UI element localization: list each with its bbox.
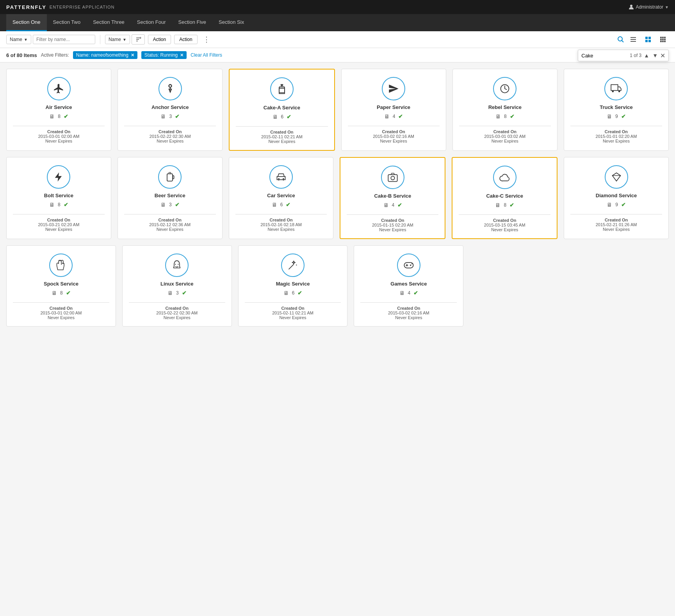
card-linux[interactable]: Linux Service 🖥 3 ✔ Created On 2015-02-2… bbox=[122, 245, 232, 327]
card-games[interactable]: Games Service 🖥 4 ✔ Created On 2015-03-0… bbox=[354, 245, 463, 327]
card-cake-a[interactable]: Cake-A Service 🖥 6 ✔ Created On 2015-02-… bbox=[229, 69, 335, 151]
card-beer[interactable]: Beer Service 🖥 3 ✔ Created On 2015-02-12… bbox=[118, 157, 223, 239]
svg-rect-26 bbox=[173, 176, 174, 179]
search-count: 1 of 3 bbox=[630, 53, 641, 58]
card-magic-count: 6 bbox=[292, 290, 295, 296]
svg-rect-12 bbox=[664, 37, 666, 38]
card-air-count: 8 bbox=[58, 114, 61, 119]
action-button-2[interactable]: Action bbox=[174, 35, 197, 44]
sort-select[interactable]: Name ▼ bbox=[105, 35, 130, 44]
card-separator bbox=[570, 214, 662, 214]
filter-type-select[interactable]: Name ▼ bbox=[6, 35, 31, 44]
card-cake-a-created-date: 2015-02-11 02:21 AM bbox=[261, 134, 303, 139]
search-button[interactable] bbox=[617, 36, 624, 43]
card-rebel[interactable]: Rebel Service 🖥 8 ✔ Created On 2015-03-0… bbox=[452, 69, 557, 151]
car-icon bbox=[276, 171, 287, 182]
card-truck[interactable]: Truck Service 🖥 9 ✔ Created On 2015-01-0… bbox=[564, 69, 669, 151]
card-spock-created-label: Created On bbox=[50, 306, 73, 311]
action-button-1[interactable]: Action bbox=[148, 35, 171, 44]
svg-rect-3 bbox=[630, 37, 636, 38]
spacer-2 bbox=[572, 245, 669, 327]
nav-item-section-one[interactable]: Section One bbox=[6, 14, 47, 31]
card-bolt[interactable]: Bolt Service 🖥 8 ✔ Created On 2015-03-21… bbox=[6, 157, 111, 239]
card-car-count: 6 bbox=[280, 202, 283, 207]
monitor-icon: 🖥 bbox=[384, 113, 390, 120]
card-anchor-created-date: 2015-02-22 02:30 AM bbox=[150, 134, 191, 139]
card-bolt-count: 8 bbox=[58, 202, 61, 207]
filter-chip-name-remove[interactable]: ✕ bbox=[131, 53, 134, 58]
table-view-button[interactable] bbox=[657, 35, 669, 44]
svg-rect-6 bbox=[645, 37, 648, 39]
card-cake-b-created-date: 2015-01-15 02:20 AM bbox=[372, 223, 413, 227]
filter-chip-status-remove[interactable]: ✕ bbox=[180, 53, 183, 58]
filter-group: Name ▼ bbox=[6, 35, 95, 44]
user-menu[interactable]: Administrator ▼ bbox=[629, 4, 669, 10]
bolt-icon bbox=[53, 171, 64, 182]
card-diamond-title: Diamond Service bbox=[596, 193, 637, 198]
card-anchor-expires: Never Expires bbox=[157, 139, 183, 143]
card-air-expires: Never Expires bbox=[45, 139, 72, 143]
cloud-icon bbox=[499, 172, 510, 183]
filter-chip-status: Status: Running ✕ bbox=[141, 51, 187, 59]
svg-rect-14 bbox=[662, 39, 664, 40]
card-cake-a-icon bbox=[270, 77, 294, 101]
card-paper-title: Paper Service bbox=[377, 104, 410, 110]
anchor-icon bbox=[165, 83, 176, 94]
filter-chip-name-label: Name: nameofsomething bbox=[76, 52, 128, 58]
search-next-button[interactable]: ▼ bbox=[652, 52, 659, 59]
monitor-icon: 🖥 bbox=[49, 113, 55, 120]
svg-rect-15 bbox=[664, 39, 666, 40]
clear-all-filters-link[interactable]: Clear All Filters bbox=[191, 52, 222, 58]
list-view-button[interactable] bbox=[627, 35, 639, 44]
diamond-icon bbox=[611, 171, 622, 182]
card-beer-expires: Never Expires bbox=[157, 227, 183, 232]
card-truck-check: ✔ bbox=[621, 113, 626, 120]
nav-item-section-five[interactable]: Section Five bbox=[172, 14, 213, 31]
card-paper[interactable]: Paper Service 🖥 4 ✔ Created On 2015-03-0… bbox=[341, 69, 446, 151]
camera-icon bbox=[387, 172, 398, 183]
card-spock-icon bbox=[49, 254, 73, 277]
spock-icon bbox=[55, 260, 66, 271]
card-spock[interactable]: Spock Service 🖥 8 ✔ Created On 2015-03-0… bbox=[6, 245, 116, 327]
card-magic[interactable]: Magic Service 🖥 6 ✔ Created On 2015-02-1… bbox=[238, 245, 348, 327]
search-popup-input[interactable] bbox=[581, 53, 628, 59]
card-cake-b[interactable]: Cake-B Service 🖥 4 ✔ Created On 2015-01-… bbox=[340, 157, 445, 239]
card-car-title: Car Service bbox=[267, 193, 295, 198]
beer-icon bbox=[164, 171, 175, 182]
card-diamond-icon bbox=[605, 165, 628, 189]
card-cake-c-meta: 🖥 8 ✔ bbox=[495, 202, 514, 208]
card-separator bbox=[235, 214, 327, 214]
sort-direction-button[interactable] bbox=[132, 34, 145, 45]
card-anchor[interactable]: Anchor Service 🖥 3 ✔ Created On 2015-02-… bbox=[118, 69, 223, 151]
nav-item-section-two[interactable]: Section Two bbox=[47, 14, 87, 31]
card-car-meta: 🖥 6 ✔ bbox=[272, 202, 291, 208]
card-cake-c-title: Cake-C Service bbox=[486, 193, 523, 199]
filter-input[interactable] bbox=[33, 35, 95, 44]
search-prev-button[interactable]: ▲ bbox=[643, 52, 650, 59]
card-air[interactable]: Air Service 🖥 8 ✔ Created On 2015-03-01 … bbox=[6, 69, 111, 151]
kebab-menu-button[interactable]: ⋮ bbox=[201, 34, 212, 45]
nav-item-section-three[interactable]: Section Three bbox=[87, 14, 131, 31]
svg-point-34 bbox=[410, 264, 411, 266]
gamepad-icon bbox=[403, 260, 414, 271]
card-cake-a-check: ✔ bbox=[287, 114, 291, 120]
airplane-icon bbox=[53, 83, 64, 94]
nav-item-section-four[interactable]: Section Four bbox=[131, 14, 172, 31]
filter-bar: 6 of 80 Items Active Filters: Name: name… bbox=[0, 48, 675, 62]
card-separator bbox=[129, 302, 225, 303]
card-beer-created-label: Created On bbox=[159, 218, 182, 222]
card-diamond[interactable]: Diamond Service 🖥 9 ✔ Created On 2015-02… bbox=[564, 157, 669, 239]
card-diamond-meta: 🖥 9 ✔ bbox=[607, 202, 626, 208]
card-paper-icon bbox=[382, 77, 405, 100]
card-rebel-created-date: 2015-03-01 03:02 AM bbox=[484, 134, 525, 139]
card-magic-created-label: Created On bbox=[281, 306, 304, 311]
search-close-button[interactable]: ✕ bbox=[660, 52, 665, 59]
card-spock-count: 8 bbox=[60, 290, 63, 296]
card-rebel-expires: Never Expires bbox=[492, 139, 518, 143]
card-view-button[interactable] bbox=[642, 35, 654, 44]
nav-item-section-six[interactable]: Section Six bbox=[212, 14, 250, 31]
card-paper-expires: Never Expires bbox=[380, 139, 407, 143]
card-cake-c[interactable]: Cake-C Service 🖥 8 ✔ Created On 2015-03-… bbox=[452, 157, 557, 239]
monitor-icon: 🖥 bbox=[283, 290, 289, 296]
card-car[interactable]: Car Service 🖥 6 ✔ Created On 2015-02-16 … bbox=[229, 157, 334, 239]
